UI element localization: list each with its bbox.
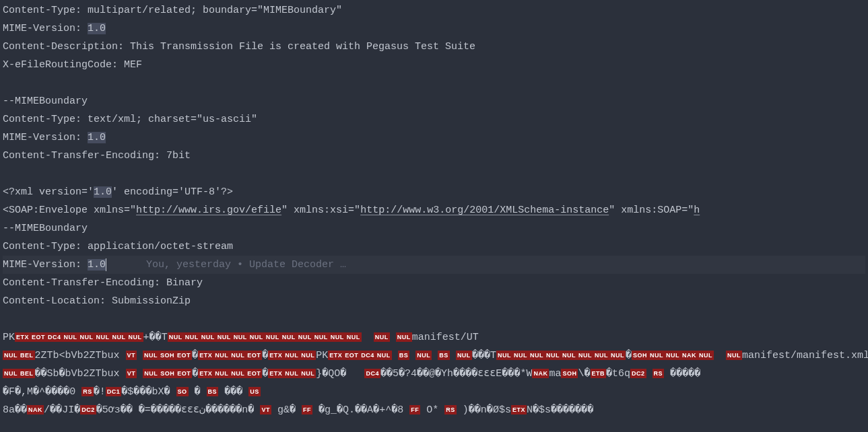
highlighted-text: 1.0 [94, 186, 112, 198]
ctrl-char: NUL [79, 332, 95, 342]
ctrl-char: NUL [184, 332, 200, 342]
ctrl-char: NUL [232, 332, 248, 342]
ctrl-char: NUL [300, 351, 316, 360]
ctrl-char: NUL [456, 351, 472, 360]
text: --MIMEBoundary [3, 223, 88, 234]
ctrl-char: RS [444, 405, 457, 415]
ctrl-char: SO [176, 387, 189, 396]
ctrl-char: NAK [681, 351, 698, 360]
ctrl-char: NUL [283, 351, 300, 360]
code-line: Content-Type: text/xml; charset="us-asci… [3, 110, 865, 129]
ctrl-char: NUL [216, 332, 232, 342]
ctrl-char: NUL [213, 351, 230, 360]
ctrl-char: NUL [345, 332, 362, 342]
code-line [3, 310, 865, 328]
ctrl-char: VT [126, 369, 137, 378]
ctrl-char: RS [81, 387, 94, 396]
text: PK [3, 332, 15, 343]
ctrl-char: NAK [27, 405, 44, 415]
ctrl-char: DC2 [80, 405, 96, 415]
text: <SOAP:Envelope xmlns=" [3, 205, 136, 216]
ctrl-char: ETX [328, 351, 343, 360]
highlighted-text: 1.0 [88, 23, 106, 34]
ctrl-char: NAK [532, 369, 549, 378]
ctrl-char: BS [398, 351, 410, 360]
text: <?xml version=' [3, 186, 94, 198]
git-blame-annotation[interactable]: You, yesterday • Update Decoder … [146, 259, 346, 271]
ctrl-char: SOH [561, 369, 578, 378]
ctrl-char: VT [126, 351, 137, 360]
text: ��5�?4��@�Yh����ɛɛɛE���*W [380, 368, 533, 380]
text: ���T [472, 350, 496, 361]
ctrl-char: NUL [665, 351, 681, 360]
text: O* [426, 404, 438, 416]
ctrl-char: NUL [329, 332, 345, 342]
text: � [195, 386, 201, 398]
text: �F�,M�^����0 [3, 386, 75, 398]
ctrl-char: NUL [213, 369, 230, 378]
text: manifest/manifest.xmlUT [742, 350, 868, 361]
ctrl-char: NUL [265, 332, 281, 342]
code-line-binary: NULBEL2ZTb<bVb2ZTbux VT NULSOHEOT�ETXNUL… [3, 347, 865, 365]
ctrl-char: BEL [19, 369, 35, 378]
code-editor[interactable]: Content-Type: multipart/related; boundar… [0, 0, 868, 421]
text: 2ZTb<bVb2ZTbux [35, 350, 120, 361]
ctrl-char: SOH [632, 351, 648, 360]
text: X-eFileRoutingCode: MEF [3, 59, 142, 71]
ctrl-char: NUL [529, 351, 545, 360]
ctrl-char: NUL [283, 369, 300, 378]
ctrl-char: NUL [300, 369, 316, 378]
text: MIME-Version: [3, 132, 88, 143]
ctrl-char: NUL [496, 351, 512, 360]
text: --MIMEBoundary [3, 96, 88, 107]
ctrl-char: EOT [246, 351, 262, 360]
code-line: --MIMEBoundary [3, 219, 865, 238]
ctrl-char: NUL [63, 332, 79, 342]
url-link[interactable]: http://www.w3.org/2001/XMLSchema-instanc… [360, 205, 609, 216]
ctrl-char: ETX [268, 369, 283, 378]
code-line-binary: �F�,M�^����0 RS�!DC1�$���bX� SO � BS ���… [3, 383, 865, 401]
text: Content-Type: multipart/related; boundar… [3, 5, 342, 16]
ctrl-char: NUL [648, 351, 665, 360]
code-line: Content-Transfer-Encoding: 7bit [3, 147, 865, 165]
text: " xmlns:xsi=" [281, 205, 360, 216]
text: Content-Transfer-Encoding: 7bit [3, 150, 191, 161]
ctrl-char: EOT [176, 351, 192, 360]
ctrl-char: ETX [511, 405, 527, 415]
url-link[interactable]: http://www.irs.gov/efile [136, 205, 281, 216]
code-line: <SOAP:Envelope xmlns="http://www.irs.gov… [3, 201, 865, 219]
ctrl-char: NUL [577, 351, 593, 360]
ctrl-char: NUL [512, 351, 529, 360]
text: �t6q [606, 368, 630, 380]
text: Content-Type: application/octet-stream [3, 241, 233, 252]
ctrl-char: DC4 [46, 332, 63, 342]
ctrl-char: NUL [281, 332, 297, 342]
text: ��� [224, 386, 242, 398]
text-cursor [106, 258, 106, 271]
text: Content-Location: SubmissionZip [3, 295, 191, 307]
url-link[interactable]: h [694, 205, 700, 216]
ctrl-char: SOH [159, 369, 176, 378]
ctrl-char: NUL [3, 351, 19, 360]
ctrl-char: NUL [200, 332, 216, 342]
ctrl-char: DC4 [364, 369, 380, 378]
text: �$���bX� [121, 386, 170, 398]
code-line: Content-Type: application/octet-stream [3, 238, 865, 256]
text: \� [578, 368, 590, 380]
highlighted-text: 1.0 [88, 259, 106, 271]
ctrl-char: NUL [3, 369, 19, 378]
text: }�QO� [316, 368, 346, 380]
ctrl-char: NUL [376, 351, 392, 360]
code-line-binary: NULBEL��Sb�bVb2ZTbux VT NULSOHEOT�ETXNUL… [3, 365, 865, 383]
ctrl-char: NUL [374, 332, 390, 342]
text: ����� [670, 368, 700, 380]
ctrl-char: NUL [726, 351, 742, 360]
code-line [3, 165, 865, 183]
ctrl-char: BS [207, 387, 219, 396]
text: )��n�Ø$s [463, 404, 511, 416]
code-line: Content-Description: This Transmission F… [3, 38, 865, 56]
ctrl-char: NUL [127, 332, 143, 342]
ctrl-char: NUL [297, 332, 313, 342]
code-line: MIME-Version: 1.0 [3, 129, 865, 147]
code-line: X-eFileRoutingCode: MEF [3, 56, 865, 74]
